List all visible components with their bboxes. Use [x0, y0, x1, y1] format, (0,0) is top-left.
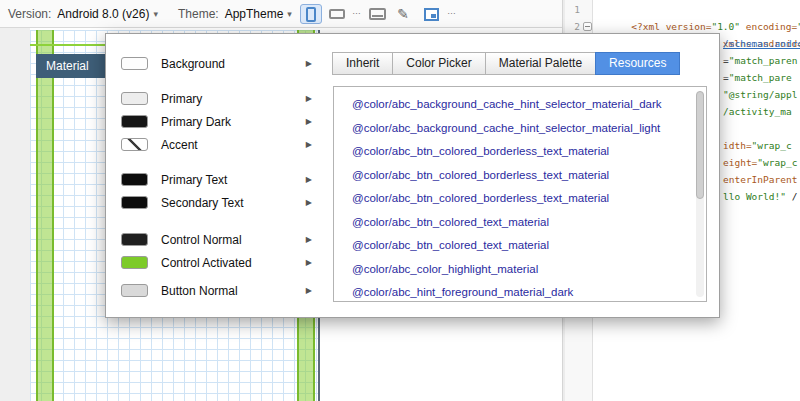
theme-editor-button[interactable] — [418, 4, 444, 24]
color-swatch — [121, 233, 148, 246]
theme-attributes-pane: Background ▶ Primary ▶ Primary Dark ▶ Ac… — [106, 34, 332, 317]
color-swatch — [121, 173, 148, 186]
attr-label: Button Normal — [161, 284, 238, 298]
theme-attr-accent[interactable]: Accent ▶ — [106, 133, 332, 156]
tab-material-palette[interactable]: Material Palette — [485, 52, 596, 75]
chevron-right-icon: ▶ — [306, 198, 312, 207]
resource-item[interactable]: @color/abc_background_cache_hint_selecto… — [334, 93, 706, 117]
attr-label: Primary Dark — [161, 115, 231, 129]
version-label: Version: — [8, 7, 51, 21]
design-toolbar: Version: Android 8.0 (v26) ▾ Theme: AppT… — [0, 0, 562, 28]
code-line-fragment[interactable]: eight="wrap_c — [723, 154, 797, 171]
list-scrollbar[interactable] — [696, 91, 704, 297]
scrollbar-thumb[interactable] — [696, 91, 704, 199]
chevron-right-icon: ▶ — [306, 94, 312, 103]
chevron-right-icon: ▶ — [306, 117, 312, 126]
theme-attr-button-normal[interactable]: Button Normal ▶ — [106, 279, 332, 302]
theme-label: Theme: — [178, 7, 219, 21]
color-swatch — [121, 92, 148, 105]
theme-attr-secondary-text[interactable]: Secondary Text ▶ — [106, 191, 332, 214]
color-swatch — [121, 57, 148, 70]
chevron-right-icon: ▶ — [306, 59, 312, 68]
theme-attr-control-activated[interactable]: Control Activated ▶ — [106, 251, 332, 274]
attr-label: Control Activated — [161, 256, 252, 270]
line-number: 1 — [574, 1, 580, 18]
chevron-right-icon: ▶ — [306, 140, 312, 149]
color-swatch — [121, 196, 148, 209]
attr-label: Control Normal — [161, 233, 242, 247]
resource-item[interactable]: @color/abc_btn_colored_borderless_text_m… — [334, 140, 706, 164]
chevron-right-icon: ▶ — [306, 235, 312, 244]
orientation-portrait-button[interactable] — [300, 4, 322, 24]
tab-resources[interactable]: Resources — [595, 52, 680, 75]
resource-item[interactable]: @color/abc_btn_colored_borderless_text_m… — [334, 164, 706, 188]
device-dock-button[interactable] — [364, 4, 390, 24]
theme-dropdown[interactable]: AppTheme ▾ — [225, 7, 292, 21]
orientation-overflow-button[interactable]: … — [352, 6, 362, 16]
chevron-right-icon: ▶ — [306, 175, 312, 184]
attr-label: Background — [161, 57, 225, 71]
theme-attr-primary-dark[interactable]: Primary Dark ▶ — [106, 110, 332, 133]
code-line-fragment[interactable]: llo World!" / — [723, 188, 797, 205]
attr-label: Secondary Text — [161, 196, 244, 210]
attr-label: Accent — [161, 138, 198, 152]
chevron-right-icon: ▶ — [306, 286, 312, 295]
code-line-fragment[interactable]: idth="wrap_c — [723, 137, 792, 154]
theme-attr-primary[interactable]: Primary ▶ — [106, 87, 332, 110]
resource-item[interactable]: @color/abc_hint_foreground_material_dark — [334, 281, 706, 302]
resource-item[interactable]: @color/abc_color_highlight_material — [334, 258, 706, 282]
resource-item[interactable]: @color/abc_background_cache_hint_selecto… — [334, 117, 706, 141]
chevron-down-icon: ▾ — [287, 9, 292, 19]
tab-inherit[interactable]: Inherit — [332, 52, 393, 75]
tab-color-picker[interactable]: Color Picker — [392, 52, 485, 75]
resource-item[interactable]: @color/abc_btn_colored_text_material — [334, 234, 706, 258]
theme-attr-background[interactable]: Background ▶ — [106, 52, 332, 75]
orientation-landscape-button[interactable] — [324, 4, 350, 24]
code-line-fragment[interactable]: ="match_pare — [723, 69, 792, 86]
theme-value: AppTheme — [225, 7, 284, 21]
theme-attr-control-normal[interactable]: Control Normal ▶ — [106, 228, 332, 251]
app-title: Material — [46, 59, 89, 73]
code-line-fragment[interactable]: /schemas.andro — [723, 35, 800, 52]
chevron-down-icon: ▾ — [153, 9, 158, 19]
portrait-phone-icon — [306, 7, 316, 22]
panel-edge — [0, 28, 30, 401]
code-line-fragment[interactable]: /activity_ma — [723, 103, 792, 120]
color-swatch — [121, 256, 148, 269]
resource-item[interactable]: @color/abc_btn_colored_borderless_text_m… — [334, 187, 706, 211]
attr-label: Primary — [161, 92, 202, 106]
landscape-phone-icon — [329, 9, 345, 19]
dock-phone-icon — [369, 8, 386, 20]
resource-item[interactable]: @color/abc_btn_colored_text_material — [334, 211, 706, 235]
color-swatch — [121, 138, 148, 151]
code-line-fragment[interactable]: enterInParent — [723, 171, 797, 188]
code-line-fragment[interactable]: "@string/appl — [723, 86, 797, 103]
pencil-icon: ✎ — [397, 7, 409, 21]
color-swatch — [121, 284, 148, 297]
attr-label: Primary Text — [161, 173, 227, 187]
version-dropdown[interactable]: Android 8.0 (v26) ▾ — [57, 7, 158, 21]
chevron-right-icon: ▶ — [306, 258, 312, 267]
color-swatch — [121, 115, 148, 128]
version-value: Android 8.0 (v26) — [57, 7, 149, 21]
annotate-button[interactable]: ✎ — [392, 4, 414, 24]
palette-icon — [424, 8, 439, 21]
code-line-fragment[interactable]: ="match_paren — [723, 52, 797, 69]
resources-list: @color/abc_background_cache_hint_selecto… — [333, 86, 707, 302]
theme-editor-popup: Background ▶ Primary ▶ Primary Dark ▶ Ac… — [105, 33, 720, 318]
theme-overflow-button[interactable]: … — [447, 6, 457, 16]
theme-attr-primary-text[interactable]: Primary Text ▶ — [106, 168, 332, 191]
keyline-stripe-left — [36, 30, 54, 401]
picker-tabs: Inherit Color Picker Material Palette Re… — [333, 52, 680, 75]
android-studio-layout-editor: Version: Android 8.0 (v26) ▾ Theme: AppT… — [0, 0, 800, 401]
code-fold-icon[interactable] — [583, 22, 592, 31]
